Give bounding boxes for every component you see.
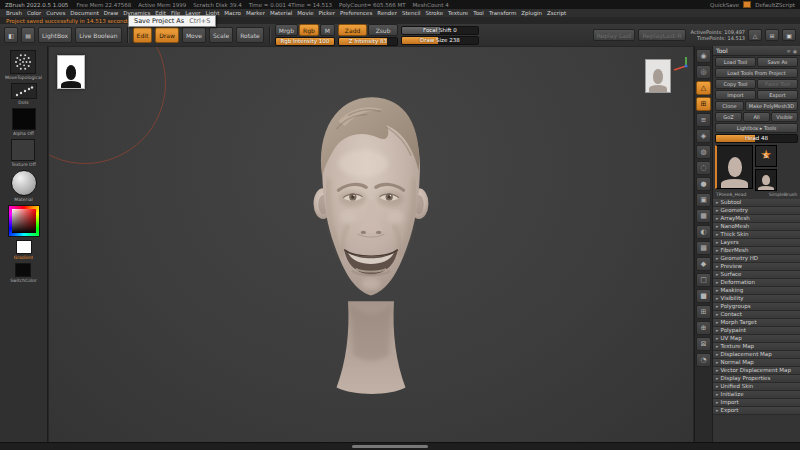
- tool-section-row[interactable]: ▸ Texture Map: [713, 343, 800, 351]
- switch-color[interactable]: SwitchColor: [10, 263, 37, 283]
- uv-check-icon[interactable]: ▩: [696, 241, 711, 255]
- menu-item[interactable]: Zscript: [547, 10, 566, 16]
- load-tool-button[interactable]: Load Tool: [715, 57, 756, 67]
- polyframe-icon[interactable]: ▦: [696, 209, 711, 223]
- tool-section-row[interactable]: ▸ ArrayMesh: [713, 215, 800, 223]
- menu-item[interactable]: Tool: [473, 10, 484, 16]
- tool-section-row[interactable]: ▸ Deformation: [713, 279, 800, 287]
- tool-section-row[interactable]: ▸ Initialize: [713, 391, 800, 399]
- tool-section-row[interactable]: ▸ FiberMesh: [713, 247, 800, 255]
- simplebrush-thumbnail[interactable]: ★ S: [755, 145, 777, 167]
- zoom-icon[interactable]: ⊕: [696, 321, 711, 335]
- z-axis-icon[interactable]: ■: [696, 289, 711, 303]
- floor-grid-icon[interactable]: ⊞: [696, 97, 711, 111]
- scale-doc-icon[interactable]: ⊠: [696, 337, 711, 351]
- menu-item[interactable]: Curves: [46, 10, 65, 16]
- z-intensity-slider[interactable]: Z Intensity 83: [338, 37, 398, 46]
- goz-visible-button[interactable]: Visible: [771, 112, 798, 122]
- tool-section-row[interactable]: ▸ UV Map: [713, 335, 800, 343]
- tool-section-row[interactable]: ▸ Display Properties: [713, 375, 800, 383]
- tool-section-row[interactable]: ▸ Import: [713, 399, 800, 407]
- tool-palette-header[interactable]: Tool ≡ ◉: [713, 46, 800, 56]
- rotate-view-icon[interactable]: ◔: [696, 353, 711, 367]
- copy-tool-button[interactable]: Copy Tool: [715, 79, 756, 89]
- menu-item[interactable]: Material: [270, 10, 292, 16]
- tool-section-row[interactable]: ▸ Polygroups: [713, 303, 800, 311]
- color-picker-square[interactable]: [8, 205, 40, 237]
- tool-section-row[interactable]: ▸ Visibility: [713, 295, 800, 303]
- edit-mode-button[interactable]: Edit: [133, 27, 153, 43]
- goz-all-button[interactable]: All: [743, 112, 770, 122]
- secondary-color-swatch[interactable]: [15, 263, 31, 277]
- panel-dock-icon[interactable]: ◉: [793, 48, 797, 54]
- menu-item[interactable]: Stroke: [426, 10, 444, 16]
- tool-section-row[interactable]: ▸ NanoMesh: [713, 223, 800, 231]
- stroke-icon[interactable]: [11, 83, 37, 99]
- zsub-button[interactable]: Zsub: [368, 24, 398, 36]
- tool-section-row[interactable]: ▸ Morph Target: [713, 319, 800, 327]
- tool-section-row[interactable]: ▸ Masking: [713, 287, 800, 295]
- color-picker[interactable]: [8, 205, 40, 237]
- tool-section-row[interactable]: ▸ Geometry: [713, 207, 800, 215]
- menu-item[interactable]: Marker: [246, 10, 265, 16]
- clone-button[interactable]: Clone: [715, 101, 744, 111]
- perspective-icon[interactable]: △: [696, 81, 711, 95]
- active-tool-thumbnail[interactable]: [715, 145, 753, 189]
- ruler-icon[interactable]: ≡: [696, 113, 711, 127]
- menu-item[interactable]: Texture: [448, 10, 468, 16]
- perspective-toggle-icon[interactable]: △: [748, 29, 762, 41]
- import-button[interactable]: Import: [715, 90, 756, 100]
- tool-section-row[interactable]: ▸ Surface: [713, 271, 800, 279]
- rgb-intensity-slider[interactable]: Rgb Intensity 100: [275, 37, 335, 46]
- make-polymesh3d-button[interactable]: Make PolyMesh3D: [745, 101, 798, 111]
- tool-preview-thumbnail[interactable]: [645, 59, 671, 93]
- menu-item[interactable]: Transform: [489, 10, 516, 16]
- local-symmetry-icon[interactable]: ◈: [696, 129, 711, 143]
- tool-section-row[interactable]: ▸ Contact: [713, 311, 800, 319]
- brush-preview-thumbnail[interactable]: [57, 55, 85, 89]
- tool-section-row[interactable]: ▸ Preview: [713, 263, 800, 271]
- alpha-thumbnail[interactable]: [12, 108, 36, 130]
- frame-icon[interactable]: ▣: [696, 193, 711, 207]
- stroke-selector[interactable]: Dots: [11, 83, 37, 105]
- axis-gizmo-icon[interactable]: [673, 57, 689, 91]
- paste-tool-button[interactable]: Paste Tool: [757, 79, 798, 89]
- head-slider[interactable]: Head 48: [715, 134, 798, 143]
- tool-section-row[interactable]: ▸ Displacement Map: [713, 351, 800, 359]
- menu-item[interactable]: Draw: [104, 10, 118, 16]
- panel-menu-icon[interactable]: ≡: [786, 48, 790, 54]
- tool-section-row[interactable]: ▸ Export: [713, 407, 800, 415]
- save-as-button[interactable]: Save As: [757, 57, 798, 67]
- live-boolean-button[interactable]: Live Boolean: [75, 27, 121, 43]
- transparency-icon[interactable]: ◍: [696, 145, 711, 159]
- menu-item[interactable]: Zplugin: [521, 10, 542, 16]
- y-axis-icon[interactable]: □: [696, 273, 711, 287]
- focal-shift-slider[interactable]: Focal Shift 0: [401, 26, 479, 35]
- tool-section-row[interactable]: ▸ Vector Displacement Map: [713, 367, 800, 375]
- sculpted-head-model[interactable]: [256, 83, 486, 399]
- xyz-icon[interactable]: ◆: [696, 257, 711, 271]
- menu-item[interactable]: Movie: [297, 10, 313, 16]
- recent-tool-thumbnail[interactable]: [755, 169, 777, 191]
- zadd-button[interactable]: Zadd: [338, 24, 368, 36]
- canvas-horizontal-scrollbar[interactable]: [352, 445, 428, 448]
- document-canvas[interactable]: [48, 46, 694, 443]
- main-color-swatch[interactable]: [16, 240, 32, 254]
- tool-section-row[interactable]: ▸ Layers: [713, 239, 800, 247]
- solo-icon[interactable]: ●: [696, 177, 711, 191]
- scroll-tool-icon[interactable]: ▤: [21, 27, 35, 43]
- material-selector[interactable]: Material: [11, 170, 37, 202]
- menu-item[interactable]: Render: [377, 10, 397, 16]
- rgb-button[interactable]: Rgb: [299, 24, 319, 36]
- pan-icon[interactable]: ⊞: [696, 305, 711, 319]
- lightbox-tools-button[interactable]: Lightbox ▸ Tools: [715, 123, 798, 133]
- texture-thumbnail[interactable]: [11, 139, 35, 161]
- frame-toggle-icon[interactable]: ▣: [782, 29, 796, 41]
- load-tools-from-project-button[interactable]: Load Tools From Project: [715, 68, 798, 78]
- draw-mode-button[interactable]: Draw: [155, 27, 179, 43]
- silhouette-icon[interactable]: ◐: [696, 225, 711, 239]
- tool-section-row[interactable]: ▸ Subtool: [713, 199, 800, 207]
- quicksave-button[interactable]: QuickSave: [710, 2, 739, 8]
- scale-mode-button[interactable]: Scale: [209, 27, 233, 43]
- goz-button[interactable]: GoZ: [715, 112, 742, 122]
